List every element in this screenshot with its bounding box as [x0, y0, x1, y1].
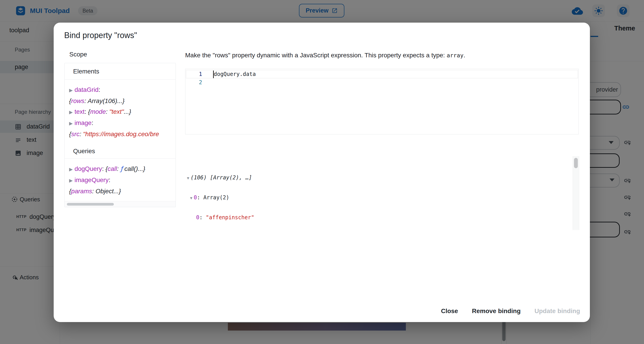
- elements-header: Elements: [64, 63, 176, 80]
- vertical-scrollbar-track: [573, 156, 579, 230]
- tree-node-text[interactable]: ▶text: {mode: "text"...}: [69, 106, 173, 118]
- remove-binding-button[interactable]: Remove binding: [466, 303, 526, 319]
- json-tree-line[interactable]: ▼(106) [Array(2), …]: [185, 175, 572, 182]
- elements-tree: ▶dataGrid: {rows: Array(106)...} ▶text: …: [64, 84, 173, 139]
- json-tree: ▼(106) [Array(2), …] ▼0: Array(2) 0: "af…: [185, 161, 572, 230]
- queries-header: Queries: [64, 143, 176, 158]
- code-line-content: dogQuery.data: [214, 71, 256, 77]
- dialog-actions: Close Remove binding Update binding: [435, 303, 586, 319]
- tree-node-datagrid-preview: {rows: Array(106)...}: [69, 96, 173, 106]
- json-tree-line: 0: "affenpinscher": [185, 214, 572, 221]
- expression-code-editor[interactable]: 1 2 dogQuery.data: [185, 69, 579, 134]
- horizontal-scrollbar-track: [64, 201, 176, 207]
- tree-node-image[interactable]: ▶image:: [69, 118, 173, 129]
- scope-label: Scope: [69, 51, 87, 58]
- dialog-description: Make the "rows" property dynamic with a …: [185, 51, 465, 60]
- description-text: Make the "rows" property dynamic with a …: [185, 52, 446, 59]
- vertical-scrollbar-thumb[interactable]: [574, 158, 578, 168]
- close-button[interactable]: Close: [435, 303, 464, 319]
- app-root: MUI Toolpad Beta Preview toolpad Pages p…: [0, 0, 644, 344]
- tree-node-datagrid[interactable]: ▶dataGrid:: [69, 84, 173, 96]
- tree-node-image-preview: {src: "https://images.dog.ceo/bre: [69, 129, 173, 139]
- horizontal-scrollbar-thumb[interactable]: [67, 203, 114, 206]
- expected-type: array: [446, 52, 463, 59]
- tree-node-imagequery-preview: {params: Object...}: [69, 186, 173, 197]
- tree-node-dogquery[interactable]: ▶dogQuery: {call: ƒ call()...}: [69, 163, 173, 175]
- line-number-1: 1: [185, 71, 202, 77]
- expression-result-preview: ▼(106) [Array(2), …] ▼0: Array(2) 0: "af…: [185, 156, 579, 230]
- json-tree-line[interactable]: ▼0: Array(2): [185, 194, 572, 201]
- bind-property-dialog: Bind property "rows" Scope Elements ▶dat…: [54, 23, 590, 322]
- line-number-2: 2: [185, 79, 202, 86]
- update-binding-button[interactable]: Update binding: [528, 303, 586, 319]
- queries-tree: ▶dogQuery: {call: ƒ call()...} ▶imageQue…: [64, 163, 173, 197]
- scope-explorer: Elements ▶dataGrid: {rows: Array(106)...…: [64, 63, 176, 207]
- tree-node-imagequery[interactable]: ▶imageQuery:: [69, 175, 173, 186]
- dialog-title: Bind property "rows": [64, 31, 137, 40]
- description-period: .: [464, 52, 465, 59]
